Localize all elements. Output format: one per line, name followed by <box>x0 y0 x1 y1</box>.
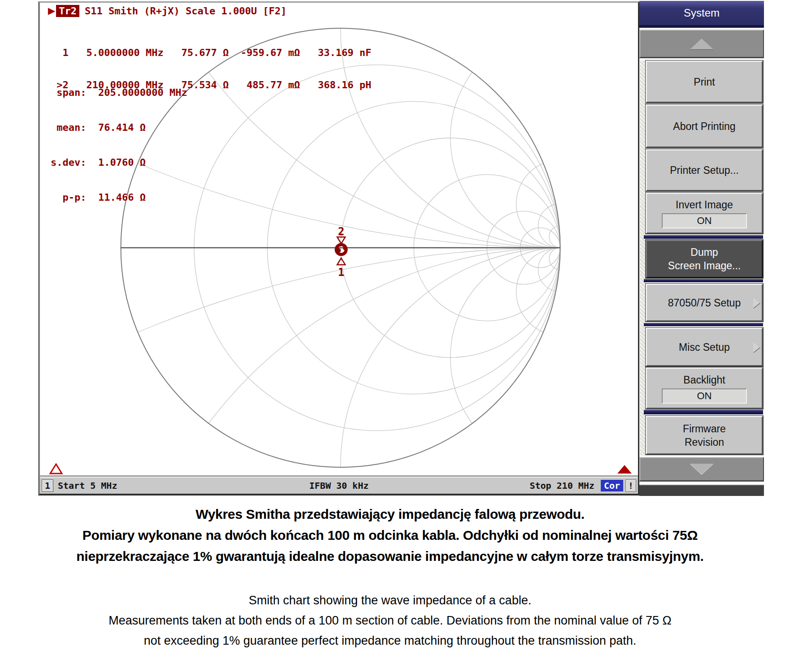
menu-scroll-up-button[interactable] <box>639 30 764 58</box>
ifbw-label: IFBW 30 kHz <box>309 480 369 491</box>
trace-statistics: span: 205.0000000 MHz mean: 76.414 Ω s.d… <box>51 64 187 227</box>
button-label: Backlight <box>683 373 725 387</box>
menu-bottom-bar <box>639 485 764 496</box>
stop-frequency-label: Stop 210 MHz <box>529 480 594 491</box>
invert-image-toggle-button[interactable]: Invert Image ON <box>646 193 763 234</box>
setup-87050-75-button[interactable]: 87050/75 Setup <box>646 284 763 322</box>
chevron-right-icon <box>753 297 760 308</box>
menu-separator <box>644 323 763 326</box>
button-label: 87050/75 Setup <box>668 296 741 310</box>
menu-separator <box>644 235 763 239</box>
stat-sdev: s.dev: 1.0760 Ω <box>51 157 187 168</box>
stat-pp: p-p: 11.466 Ω <box>51 192 187 203</box>
backlight-toggle-button[interactable]: Backlight ON <box>646 367 763 409</box>
stat-span: span: 205.0000000 MHz <box>51 87 187 99</box>
marker-1-readout: 1 5.0000000 MHz 75.677 Ω -959.67 mΩ 33.1… <box>51 47 371 58</box>
caption-english-line: Smith chart showing the wave impedance o… <box>0 590 780 611</box>
caption-polish-line: Pomiary wykonane na dwóch końcach 100 m … <box>0 525 780 546</box>
button-label: Abort Printing <box>673 120 735 133</box>
status-bar: 1 Start 5 MHz IFBW 30 kHz Stop 210 MHz C… <box>40 477 638 494</box>
caption-polish-line: Wykres Smitha przedstawiający impedancję… <box>0 504 780 525</box>
svg-text:2: 2 <box>338 225 344 238</box>
button-label: Screen Image... <box>668 259 741 272</box>
button-label: Print <box>694 75 715 89</box>
channel-indicator: 1 <box>42 479 53 492</box>
trace-title: ▶Tr2S11 Smith (R+jX) Scale 1.000U [F2] <box>48 5 286 17</box>
start-frequency-label: Start 5 MHz <box>58 480 117 491</box>
abort-printing-button[interactable]: Abort Printing <box>646 104 763 148</box>
caption-polish-line: nieprzekraczające 1% gwarantują idealne … <box>0 546 780 567</box>
page: 21 ▶Tr2S11 Smith (R+jX) Scale 1.000U [F2… <box>0 0 807 672</box>
caption-polish: Wykres Smitha przedstawiający impedancję… <box>0 504 780 567</box>
softkey-menu: System Print Abort Printing Printer Setu… <box>639 1 764 496</box>
menu-separator <box>644 410 763 414</box>
active-trace-arrow-icon: ▶ <box>48 5 55 16</box>
backlight-state: ON <box>662 388 747 404</box>
button-label: Misc Setup <box>679 340 730 354</box>
vna-screen: 21 ▶Tr2S11 Smith (R+jX) Scale 1.000U [F2… <box>38 1 640 495</box>
stat-mean: mean: 76.414 Ω <box>51 122 187 134</box>
menu-scroll-down-button[interactable] <box>639 457 764 482</box>
caption-english: Smith chart showing the wave impedance o… <box>0 590 780 651</box>
dump-screen-image-button[interactable]: Dump Screen Image... <box>646 240 763 278</box>
caption-english-line: Measurements taken at both ends of a 100… <box>0 611 780 631</box>
menu-separator <box>644 279 763 282</box>
firmware-revision-button[interactable]: Firmware Revision <box>646 416 763 455</box>
button-label: Revision <box>685 435 724 449</box>
button-label: Dump <box>690 246 718 259</box>
printer-setup-button[interactable]: Printer Setup... <box>646 149 763 191</box>
button-label: Firmware <box>683 422 726 435</box>
menu-scroll-track[interactable] <box>640 60 645 456</box>
svg-text:1: 1 <box>338 266 344 279</box>
button-label: Printer Setup... <box>670 164 738 177</box>
trace-format-label: S11 Smith (R+jX) Scale 1.000U [F2] <box>85 5 286 17</box>
correction-badge: Cor <box>601 480 623 491</box>
misc-setup-button[interactable]: Misc Setup <box>646 327 763 366</box>
print-button[interactable]: Print <box>646 60 763 103</box>
triangle-down-icon <box>690 464 713 474</box>
warning-indicator: ! <box>625 479 636 492</box>
trace-badge: Tr2 <box>56 5 79 17</box>
triangle-up-icon <box>690 39 713 49</box>
button-label: Invert Image <box>676 198 733 211</box>
caption-english-line: not exceeding 1% guarantee perfect imped… <box>0 631 780 651</box>
menu-header: System <box>639 1 764 28</box>
chevron-right-icon <box>753 342 760 353</box>
invert-image-state: ON <box>662 213 747 228</box>
